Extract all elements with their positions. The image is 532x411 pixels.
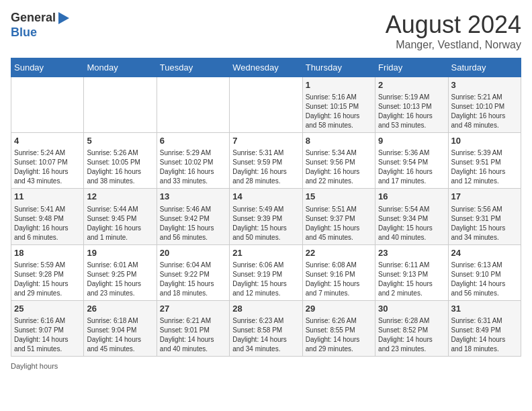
day-number: 8 (306, 135, 372, 147)
day-number: 15 (306, 191, 372, 203)
header-wednesday: Wednesday (230, 58, 302, 77)
calendar-cell: 10Sunrise: 5:39 AM Sunset: 9:51 PM Dayli… (448, 133, 521, 189)
day-number: 14 (232, 191, 299, 203)
calendar-cell (230, 77, 302, 133)
calendar-cell: 8Sunrise: 5:34 AM Sunset: 9:56 PM Daylig… (302, 133, 375, 189)
calendar-cell: 26Sunrise: 6:18 AM Sunset: 9:04 PM Dayli… (84, 300, 157, 356)
calendar-table: SundayMondayTuesdayWednesdayThursdayFrid… (11, 58, 521, 357)
day-info: Sunrise: 5:44 AM Sunset: 9:45 PM Dayligh… (87, 205, 153, 242)
calendar-cell: 16Sunrise: 5:54 AM Sunset: 9:34 PM Dayli… (375, 189, 448, 244)
day-number: 23 (378, 247, 445, 259)
header-sunday: Sunday (11, 58, 84, 77)
calendar-cell: 4Sunrise: 5:24 AM Sunset: 10:07 PM Dayli… (11, 133, 84, 189)
day-number: 20 (160, 247, 226, 259)
day-info: Sunrise: 6:11 AM Sunset: 9:13 PM Dayligh… (378, 261, 445, 298)
calendar-week-row: 1Sunrise: 5:16 AM Sunset: 10:15 PM Dayli… (11, 77, 521, 133)
day-info: Sunrise: 6:06 AM Sunset: 9:19 PM Dayligh… (232, 261, 299, 298)
day-number: 27 (160, 303, 226, 315)
calendar-header-row: SundayMondayTuesdayWednesdayThursdayFrid… (11, 58, 521, 77)
day-number: 12 (87, 191, 153, 203)
daylight-label: Daylight hours (11, 362, 58, 370)
day-info: Sunrise: 6:23 AM Sunset: 8:58 PM Dayligh… (232, 316, 299, 354)
day-info: Sunrise: 6:26 AM Sunset: 8:55 PM Dayligh… (306, 316, 372, 354)
calendar-cell: 13Sunrise: 5:46 AM Sunset: 9:42 PM Dayli… (157, 189, 229, 244)
calendar-cell: 24Sunrise: 6:13 AM Sunset: 9:10 PM Dayli… (448, 244, 521, 300)
day-number: 21 (232, 247, 299, 259)
day-info: Sunrise: 5:46 AM Sunset: 9:42 PM Dayligh… (160, 205, 226, 242)
day-info: Sunrise: 5:36 AM Sunset: 9:54 PM Dayligh… (378, 148, 445, 186)
day-number: 26 (87, 303, 153, 315)
day-info: Sunrise: 6:08 AM Sunset: 9:16 PM Dayligh… (306, 261, 372, 298)
title-section: August 2024 Manger, Vestland, Norway (386, 11, 521, 51)
logo-blue: Blue (11, 26, 37, 39)
calendar-cell: 19Sunrise: 6:01 AM Sunset: 9:25 PM Dayli… (84, 244, 157, 300)
calendar-cell: 14Sunrise: 5:49 AM Sunset: 9:39 PM Dayli… (230, 189, 302, 244)
calendar-cell: 22Sunrise: 6:08 AM Sunset: 9:16 PM Dayli… (302, 244, 375, 300)
day-info: Sunrise: 5:26 AM Sunset: 10:05 PM Daylig… (87, 148, 153, 186)
day-number: 31 (451, 303, 518, 315)
header-monday: Monday (84, 58, 157, 77)
header-thursday: Thursday (302, 58, 375, 77)
day-number: 10 (451, 135, 518, 147)
day-info: Sunrise: 5:24 AM Sunset: 10:07 PM Daylig… (14, 148, 81, 186)
logo: General Blue (11, 11, 71, 40)
header-tuesday: Tuesday (157, 58, 229, 77)
calendar-week-row: 4Sunrise: 5:24 AM Sunset: 10:07 PM Dayli… (11, 133, 521, 189)
calendar-week-row: 25Sunrise: 6:16 AM Sunset: 9:07 PM Dayli… (11, 300, 521, 356)
day-info: Sunrise: 6:28 AM Sunset: 8:52 PM Dayligh… (378, 316, 445, 354)
day-number: 28 (232, 303, 299, 315)
calendar-cell: 20Sunrise: 6:04 AM Sunset: 9:22 PM Dayli… (157, 244, 229, 300)
logo-arrow-icon (56, 11, 71, 26)
calendar-cell: 9Sunrise: 5:36 AM Sunset: 9:54 PM Daylig… (375, 133, 448, 189)
day-info: Sunrise: 5:56 AM Sunset: 9:31 PM Dayligh… (451, 205, 518, 242)
calendar-cell: 2Sunrise: 5:19 AM Sunset: 10:13 PM Dayli… (375, 77, 448, 133)
day-number: 25 (14, 303, 81, 315)
day-number: 18 (14, 247, 81, 259)
header-saturday: Saturday (448, 58, 521, 77)
page-subtitle: Manger, Vestland, Norway (386, 39, 521, 51)
day-info: Sunrise: 5:16 AM Sunset: 10:15 PM Daylig… (306, 93, 372, 130)
page-header: General Blue August 2024 Manger, Vestlan… (11, 11, 521, 51)
day-number: 30 (378, 303, 445, 315)
calendar-cell: 15Sunrise: 5:51 AM Sunset: 9:37 PM Dayli… (302, 189, 375, 244)
day-number: 9 (378, 135, 445, 147)
day-number: 22 (306, 247, 372, 259)
day-info: Sunrise: 6:13 AM Sunset: 9:10 PM Dayligh… (451, 261, 518, 298)
calendar-cell (157, 77, 229, 133)
logo-text: General Blue (11, 11, 71, 40)
calendar-cell: 28Sunrise: 6:23 AM Sunset: 8:58 PM Dayli… (230, 300, 302, 356)
day-number: 17 (451, 191, 518, 203)
calendar-cell: 18Sunrise: 5:59 AM Sunset: 9:28 PM Dayli… (11, 244, 84, 300)
day-number: 24 (451, 247, 518, 259)
day-info: Sunrise: 5:31 AM Sunset: 9:59 PM Dayligh… (232, 148, 299, 186)
day-number: 16 (378, 191, 445, 203)
day-info: Sunrise: 5:39 AM Sunset: 9:51 PM Dayligh… (451, 148, 518, 186)
calendar-cell (11, 77, 84, 133)
day-info: Sunrise: 6:01 AM Sunset: 9:25 PM Dayligh… (87, 261, 153, 298)
day-info: Sunrise: 5:29 AM Sunset: 10:02 PM Daylig… (160, 148, 226, 186)
day-info: Sunrise: 5:41 AM Sunset: 9:48 PM Dayligh… (14, 205, 81, 242)
calendar-cell: 31Sunrise: 6:31 AM Sunset: 8:49 PM Dayli… (448, 300, 521, 356)
day-number: 13 (160, 191, 226, 203)
day-info: Sunrise: 5:49 AM Sunset: 9:39 PM Dayligh… (232, 205, 299, 242)
calendar-cell: 25Sunrise: 6:16 AM Sunset: 9:07 PM Dayli… (11, 300, 84, 356)
calendar-cell: 23Sunrise: 6:11 AM Sunset: 9:13 PM Dayli… (375, 244, 448, 300)
day-number: 4 (14, 135, 81, 147)
day-number: 7 (232, 135, 299, 147)
calendar-cell: 29Sunrise: 6:26 AM Sunset: 8:55 PM Dayli… (302, 300, 375, 356)
day-info: Sunrise: 6:31 AM Sunset: 8:49 PM Dayligh… (451, 316, 518, 354)
calendar-cell: 17Sunrise: 5:56 AM Sunset: 9:31 PM Dayli… (448, 189, 521, 244)
calendar-cell: 7Sunrise: 5:31 AM Sunset: 9:59 PM Daylig… (230, 133, 302, 189)
calendar-cell: 12Sunrise: 5:44 AM Sunset: 9:45 PM Dayli… (84, 189, 157, 244)
day-number: 2 (378, 79, 445, 91)
calendar-cell: 1Sunrise: 5:16 AM Sunset: 10:15 PM Dayli… (302, 77, 375, 133)
logo-general: General (11, 11, 56, 26)
day-number: 19 (87, 247, 153, 259)
calendar-cell: 5Sunrise: 5:26 AM Sunset: 10:05 PM Dayli… (84, 133, 157, 189)
day-info: Sunrise: 5:59 AM Sunset: 9:28 PM Dayligh… (14, 261, 81, 298)
day-info: Sunrise: 6:21 AM Sunset: 9:01 PM Dayligh… (160, 316, 226, 354)
day-info: Sunrise: 5:21 AM Sunset: 10:10 PM Daylig… (451, 93, 518, 130)
calendar-week-row: 18Sunrise: 5:59 AM Sunset: 9:28 PM Dayli… (11, 244, 521, 300)
day-info: Sunrise: 6:16 AM Sunset: 9:07 PM Dayligh… (14, 316, 81, 354)
calendar-cell: 3Sunrise: 5:21 AM Sunset: 10:10 PM Dayli… (448, 77, 521, 133)
